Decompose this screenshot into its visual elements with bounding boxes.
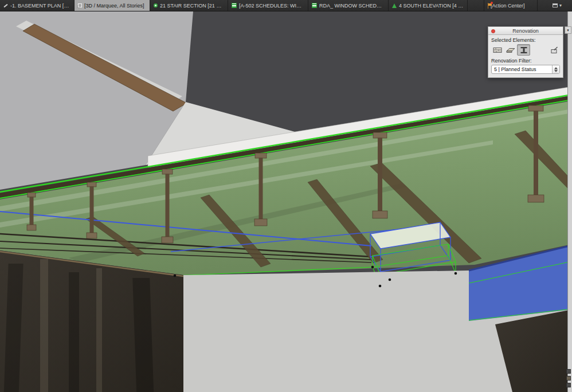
renovation-filter-value: 5 | Planned Status bbox=[492, 66, 552, 72]
tab-label: RDA_ WINDOW SCHEDULE [R... bbox=[319, 3, 385, 9]
tab-rda-window-schedule[interactable]: RDA_ WINDOW SCHEDULE [R... bbox=[308, 0, 389, 11]
elevation-marker-icon bbox=[392, 3, 397, 8]
tab-basement-plan[interactable]: -1. BASEMENT PLAN [-1. EXIS... bbox=[0, 0, 75, 11]
renovation-filter-label: Renovation Filter: bbox=[491, 58, 560, 64]
tab-label: [A-502 SCHEDULES: WINDO... bbox=[239, 3, 304, 9]
docked-panel-icon[interactable] bbox=[566, 383, 571, 387]
view-tab-bar: -1. BASEMENT PLAN [-1. EXIS... [3D / Mar… bbox=[0, 0, 572, 11]
tab-label: -1. BASEMENT PLAN [-1. EXIS... bbox=[10, 3, 70, 9]
docked-panel-icon[interactable] bbox=[566, 369, 571, 374]
selected-elements-label: Selected Elements: bbox=[491, 37, 560, 43]
close-icon[interactable] bbox=[491, 29, 495, 33]
tab-3d-marquee[interactable]: [3D / Marquee, All Stories] bbox=[75, 0, 150, 11]
docked-panel-icons[interactable] bbox=[565, 369, 572, 387]
column-tool-icon bbox=[519, 46, 528, 54]
tab-action-center[interactable]: [Action Center] bbox=[484, 0, 538, 11]
3d-cube-icon bbox=[78, 3, 82, 7]
3d-scene-canvas[interactable] bbox=[0, 11, 572, 392]
chevron-down-icon: ▾ bbox=[567, 28, 569, 32]
renovation-filter-select[interactable]: 5 | Planned Status bbox=[491, 65, 560, 74]
schedule-icon bbox=[312, 3, 317, 8]
windows-stack-icon bbox=[553, 3, 558, 7]
transfer-settings-button[interactable] bbox=[547, 44, 561, 56]
renovation-palette: Renovation Selected Elements: bbox=[488, 26, 563, 78]
action-center-icon bbox=[488, 3, 488, 9]
column-tool-button[interactable] bbox=[517, 44, 530, 56]
stepper-icon[interactable] bbox=[552, 65, 559, 73]
palette-title: Renovation bbox=[512, 28, 539, 34]
wall-tool-icon bbox=[493, 46, 502, 54]
chevron-up-icon bbox=[554, 67, 558, 69]
open-windows-dropdown[interactable]: ▾ bbox=[550, 0, 564, 11]
lower-wall-dark-left[interactable] bbox=[0, 250, 183, 392]
palette-title-bar[interactable]: Renovation bbox=[488, 27, 563, 35]
tab-label: [Action Center] bbox=[491, 3, 525, 9]
section-marker-icon bbox=[154, 3, 158, 7]
archicad-window: -1. BASEMENT PLAN [-1. EXIS... [3D / Mar… bbox=[0, 0, 572, 392]
chevron-down-icon bbox=[554, 70, 558, 72]
wall-tool-button[interactable] bbox=[491, 44, 504, 56]
docked-panel-icon[interactable] bbox=[566, 376, 571, 381]
tab-label: 4 SOUTH ELEVATION [4 SOU... bbox=[399, 3, 464, 9]
tab-bar-spacer bbox=[468, 0, 484, 11]
slab-tool-icon bbox=[506, 46, 515, 54]
viewport-3d[interactable] bbox=[0, 11, 572, 392]
renovation-tool-row bbox=[491, 44, 561, 56]
schedule-icon bbox=[232, 3, 237, 8]
tab-label: 21 STAIR SECTION [21 Wall Se... bbox=[160, 3, 224, 9]
transfer-settings-icon bbox=[550, 46, 559, 54]
slab-tool-button[interactable] bbox=[504, 44, 517, 56]
hidden-palettes-button[interactable]: ▾ bbox=[565, 26, 571, 34]
right-scroll-strip[interactable] bbox=[567, 11, 572, 392]
tab-south-elevation[interactable]: 4 SOUTH ELEVATION [4 SOU... bbox=[389, 0, 468, 11]
tab-stair-section[interactable]: 21 STAIR SECTION [21 Wall Se... bbox=[150, 0, 228, 11]
tab-label: [3D / Marquee, All Stories] bbox=[84, 3, 144, 9]
chevron-down-icon: ▾ bbox=[559, 3, 562, 8]
floor-plan-pencil-icon bbox=[3, 3, 8, 7]
tab-schedules-window[interactable]: [A-502 SCHEDULES: WINDO... bbox=[228, 0, 308, 11]
